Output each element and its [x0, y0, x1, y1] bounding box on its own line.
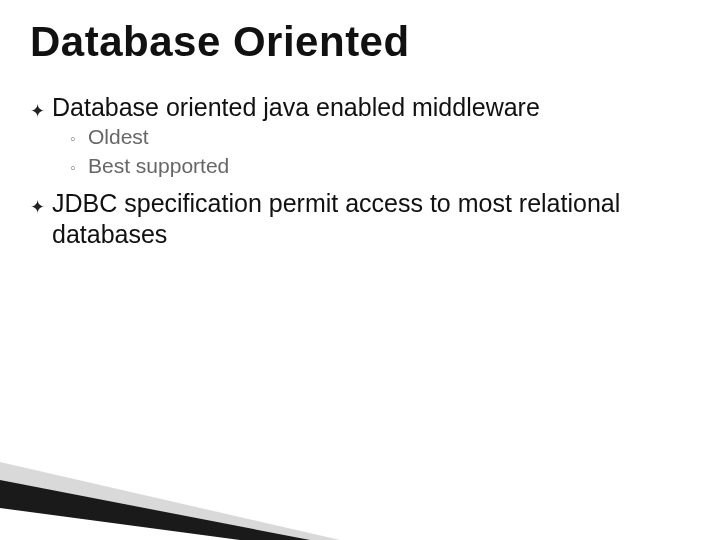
bullet-text: Database oriented java enabled middlewar… — [52, 92, 680, 123]
sub-bullet-item: ◦ Best supported — [70, 152, 680, 180]
slide: Database Oriented ✦ Database oriented ja… — [0, 0, 720, 540]
bullet-text: JDBC specification permit access to most… — [52, 188, 680, 251]
sub-bullet-icon: ◦ — [70, 128, 88, 150]
svg-marker-1 — [0, 480, 310, 540]
sub-bullet-text: Oldest — [88, 123, 680, 151]
bullet-icon: ✦ — [30, 100, 52, 123]
slide-body: ✦ Database oriented java enabled middlew… — [0, 66, 720, 250]
svg-marker-0 — [0, 462, 340, 540]
bullet-item: ✦ Database oriented java enabled middlew… — [30, 92, 680, 123]
bullet-item: ✦ JDBC specification permit access to mo… — [30, 188, 680, 251]
sub-bullet-icon: ◦ — [70, 157, 88, 179]
sub-bullet-item: ◦ Oldest — [70, 123, 680, 151]
bullet-icon: ✦ — [30, 196, 52, 219]
slide-title: Database Oriented — [0, 0, 720, 66]
svg-marker-2 — [0, 508, 240, 540]
sub-bullet-text: Best supported — [88, 152, 680, 180]
corner-decoration — [0, 420, 340, 540]
